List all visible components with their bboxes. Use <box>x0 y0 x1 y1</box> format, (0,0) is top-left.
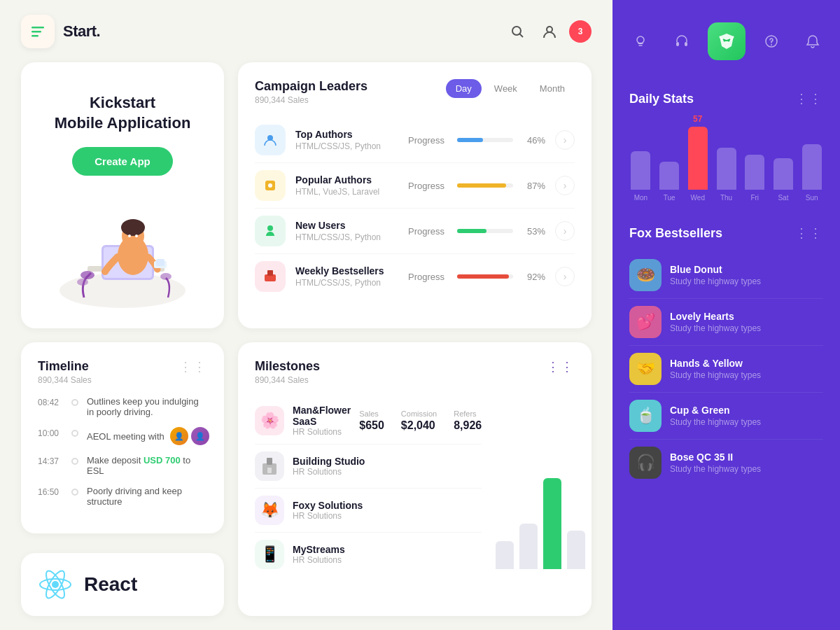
bestseller-item-2: 💕 Lovely Hearts Study the highway types <box>629 299 823 346</box>
svg-point-17 <box>160 273 172 280</box>
svg-point-5 <box>547 27 552 32</box>
svg-rect-35 <box>685 42 687 46</box>
milestones-title: Milestones <box>255 359 320 374</box>
timeline-item-2: 10:00 AEOL meeting with 👤 👤 <box>38 427 207 445</box>
daily-stats-title: Daily Stats <box>629 92 694 106</box>
campaign-rows: Top Authors HTML/CSS/JS, Python Progress… <box>255 118 575 299</box>
svg-point-36 <box>723 40 725 42</box>
create-app-button[interactable]: Create App <box>72 147 172 176</box>
panel-nav-question[interactable] <box>756 26 787 57</box>
row-arrow-3[interactable]: › <box>555 221 575 241</box>
timeline-menu-icon[interactable]: ⋮⋮ <box>179 359 207 374</box>
bestseller-item-3: 🤝 Hands & Yellow Study the highway types <box>629 346 823 393</box>
campaign-card: Campaign Leaders 890,344 Sales Day Week … <box>238 62 592 328</box>
svg-rect-0 <box>31 27 44 29</box>
bestseller-item-5: 🎧 Bose QC 35 II Study the highway types <box>629 440 823 486</box>
svg-rect-25 <box>267 270 273 276</box>
timeline-subtitle: 890,344 Sales <box>38 375 92 385</box>
timeline-title: Timeline <box>38 359 92 374</box>
panel-nav-bulb[interactable] <box>625 26 656 57</box>
svg-rect-34 <box>676 42 679 46</box>
row-icon-4 <box>255 261 286 292</box>
timeline-card: Timeline 890,344 Sales ⋮⋮ 08:42 Outlines… <box>21 342 224 533</box>
bar-col-Fri: Fri <box>743 155 766 202</box>
svg-line-4 <box>520 34 524 37</box>
campaign-row-1: Top Authors HTML/CSS/JS, Python Progress… <box>255 118 575 163</box>
bar-col-Sun: Sun <box>800 144 823 202</box>
right-panel: Daily Stats ⋮⋮ Mon Tue 57 Wed Thu Fri Sa… <box>612 0 840 630</box>
panel-nav-fox-active[interactable] <box>708 22 746 60</box>
user-icon[interactable] <box>537 19 562 44</box>
bar-col-Tue: Tue <box>658 162 681 202</box>
milestone-item-4: 📱 MyStreams HR Solutions <box>255 533 482 576</box>
milestone-item-2: Building Studio HR Solutions <box>255 444 482 489</box>
svg-point-15 <box>80 271 94 279</box>
fox-bestsellers-section: Fox Bestsellers ⋮⋮ 🍩 Blue Donut Study th… <box>612 214 840 630</box>
bestsellers-list: 🍩 Blue Donut Study the highway types 💕 L… <box>629 252 823 486</box>
svg-point-12 <box>121 219 145 236</box>
bestseller-img-2: 💕 <box>629 306 662 338</box>
timeline-item-1: 08:42 Outlines keep you indulging in poo… <box>38 396 207 417</box>
svg-point-37 <box>727 40 729 42</box>
tab-month[interactable]: Month <box>530 79 575 98</box>
left-col-row2: Timeline 890,344 Sales ⋮⋮ 08:42 Outlines… <box>21 342 224 616</box>
milestones-content: 🌸 Man&Flower SaaS HR Solutions Sales $65… <box>255 398 575 576</box>
kickstart-card: Kickstart Mobile Application Create App <box>21 62 224 328</box>
panel-nav <box>612 0 840 77</box>
svg-point-22 <box>268 183 272 188</box>
notification-badge[interactable]: 3 <box>569 20 592 43</box>
logo-icon <box>21 15 55 48</box>
daily-stats-header: Daily Stats ⋮⋮ <box>629 91 823 106</box>
bestseller-item-1: 🍩 Blue Donut Study the highway types <box>629 252 823 299</box>
row-arrow-2[interactable]: › <box>555 176 575 195</box>
tab-group: Day Week Month <box>446 79 575 98</box>
panel-nav-headphone[interactable] <box>666 26 697 57</box>
bar-chart: Mon Tue 57 Wed Thu Fri Sat Sun <box>629 118 823 202</box>
daily-stats-menu[interactable]: ⋮⋮ <box>795 91 823 106</box>
bestseller-img-5: 🎧 <box>629 447 662 479</box>
bar-col-Wed: 57 Wed <box>686 114 709 202</box>
fox-bestsellers-menu[interactable]: ⋮⋮ <box>795 225 823 241</box>
svg-point-13 <box>128 234 131 237</box>
campaign-row-2: Popular Authors HTML, VueJS, Laravel Pro… <box>255 163 575 209</box>
react-card: React <box>21 553 224 616</box>
search-icon[interactable] <box>505 19 530 44</box>
hero-illustration <box>46 200 200 312</box>
header: Start. 3 <box>0 0 612 62</box>
daily-stats-section: Daily Stats ⋮⋮ Mon Tue 57 Wed Thu Fri Sa… <box>612 77 840 214</box>
react-label: React <box>84 573 137 596</box>
milestones-list: 🌸 Man&Flower SaaS HR Solutions Sales $65… <box>255 398 482 576</box>
timeline-avatars: 👤 👤 <box>170 427 209 445</box>
svg-rect-1 <box>31 31 41 33</box>
milestone-item-1: 🌸 Man&Flower SaaS HR Solutions Sales $65… <box>255 398 482 444</box>
tab-day[interactable]: Day <box>446 79 482 98</box>
timeline-header: Timeline 890,344 Sales ⋮⋮ <box>38 359 207 385</box>
content-grid: Kickstart Mobile Application Create App <box>0 62 612 630</box>
svg-point-14 <box>135 234 138 237</box>
svg-rect-2 <box>31 35 38 37</box>
bestseller-img-3: 🤝 <box>629 353 662 385</box>
bestseller-img-1: 🍩 <box>629 259 662 291</box>
timeline-item-3: 14:37 Make deposit USD 700 to ESL <box>38 455 207 476</box>
svg-point-23 <box>267 225 273 231</box>
tab-week[interactable]: Week <box>484 79 527 98</box>
milestones-menu-icon[interactable]: ⋮⋮ <box>547 359 575 374</box>
fox-bestsellers-header: Fox Bestsellers ⋮⋮ <box>629 225 823 241</box>
row-icon-1 <box>255 125 286 155</box>
svg-point-33 <box>637 36 644 43</box>
row-arrow-1[interactable]: › <box>555 130 575 150</box>
svg-point-26 <box>52 581 59 588</box>
campaign-subtitle: 890,344 Sales <box>255 95 368 105</box>
campaign-row-3: New Users HTML/CSS/JS, Python Progress 5… <box>255 209 575 254</box>
row-arrow-4[interactable]: › <box>555 267 575 286</box>
milestones-header: Milestones 890,344 Sales ⋮⋮ <box>255 359 575 385</box>
row-icon-3 <box>255 216 286 246</box>
kickstart-title: Kickstart Mobile Application <box>55 93 191 133</box>
milestones-chart <box>496 398 580 576</box>
bestseller-img-4: 🍵 <box>629 400 662 432</box>
bar-col-Mon: Mon <box>629 151 652 202</box>
svg-point-3 <box>512 27 521 35</box>
svg-rect-32 <box>267 468 272 473</box>
milestones-subtitle: 890,344 Sales <box>255 375 320 385</box>
panel-nav-bell[interactable] <box>797 26 828 57</box>
